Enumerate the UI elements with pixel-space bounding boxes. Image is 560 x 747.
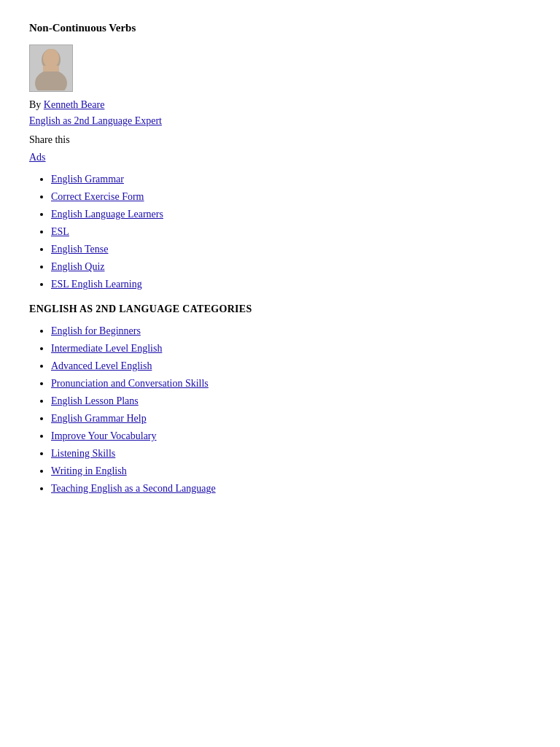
author-link[interactable]: Kenneth Beare (44, 99, 105, 110)
primary-link-item[interactable]: English Quiz (51, 261, 105, 272)
share-label: Share this (29, 134, 531, 146)
category-link-item[interactable]: English for Beginners (51, 325, 141, 336)
svg-rect-3 (43, 66, 59, 71)
page-title: Non-Continuous Verbs (29, 22, 531, 34)
primary-link-item[interactable]: ESL English Learning (51, 279, 142, 290)
by-line: By Kenneth Beare (29, 99, 531, 111)
expert-link[interactable]: English as 2nd Language Expert (29, 115, 531, 127)
category-link-item[interactable]: Listening Skills (51, 448, 115, 459)
primary-link-item[interactable]: English Grammar (51, 174, 124, 185)
category-link-item[interactable]: Improve Your Vocabulary (51, 430, 157, 441)
primary-link-item[interactable]: English Tense (51, 244, 108, 255)
svg-point-1 (35, 70, 67, 90)
svg-point-2 (43, 49, 59, 68)
categories-heading: ENGLISH AS 2ND LANGUAGE CATEGORIES (29, 303, 531, 315)
category-link-item[interactable]: English Lesson Plans (51, 395, 139, 406)
primary-link-item[interactable]: Correct Exercise Form (51, 191, 144, 202)
avatar (29, 44, 531, 92)
categories-list: English for BeginnersIntermediate Level … (51, 325, 531, 495)
ads-link[interactable]: Ads (29, 152, 531, 163)
category-link-item[interactable]: Advanced Level English (51, 360, 152, 371)
primary-links-list: English GrammarCorrect Exercise FormEngl… (51, 174, 531, 290)
category-link-item[interactable]: English Grammar Help (51, 413, 147, 424)
primary-link-item[interactable]: English Language Learners (51, 209, 163, 220)
category-link-item[interactable]: Pronunciation and Conversation Skills (51, 378, 209, 389)
primary-link-item[interactable]: ESL (51, 226, 69, 237)
category-link-item[interactable]: Intermediate Level English (51, 343, 162, 354)
category-link-item[interactable]: Teaching English as a Second Language (51, 483, 216, 494)
category-link-item[interactable]: Writing in English (51, 465, 127, 476)
